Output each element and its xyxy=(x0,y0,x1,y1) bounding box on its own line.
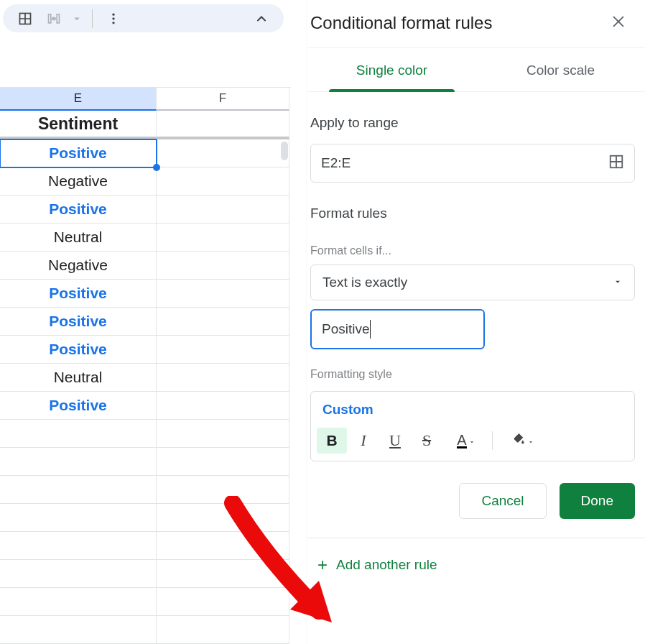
match-value-text: Positive xyxy=(322,321,370,337)
data-cell[interactable]: Positive xyxy=(0,336,157,364)
data-cell[interactable] xyxy=(157,308,289,336)
data-cell[interactable]: Positive xyxy=(0,196,157,224)
data-cell[interactable] xyxy=(0,532,157,560)
data-cell[interactable] xyxy=(0,476,157,504)
formatting-style-box: Custom B I U S A xyxy=(310,391,635,461)
data-cell[interactable]: Positive xyxy=(0,392,157,420)
data-cell[interactable] xyxy=(0,616,157,644)
data-cell[interactable] xyxy=(157,139,289,167)
column-header-f[interactable]: F xyxy=(157,88,289,111)
data-cell[interactable] xyxy=(0,420,157,448)
merge-cells-icon xyxy=(42,6,66,31)
data-cell[interactable] xyxy=(157,588,289,616)
table-row: Neutral xyxy=(0,224,291,252)
table-row: Neutral xyxy=(0,364,291,392)
conditional-format-panel: Conditional format rules Single color Co… xyxy=(307,0,645,644)
borders-icon[interactable] xyxy=(13,6,37,31)
data-cell[interactable] xyxy=(157,252,289,280)
apply-to-range-label: Apply to range xyxy=(310,92,635,144)
table-row: Positive xyxy=(0,196,291,224)
svg-point-3 xyxy=(112,22,114,24)
table-row xyxy=(0,532,291,560)
table-row xyxy=(0,560,291,588)
header-cell-empty[interactable] xyxy=(157,111,289,139)
underline-button[interactable]: U xyxy=(380,428,410,454)
data-cell[interactable]: Negative xyxy=(0,167,157,196)
toolbar-divider xyxy=(492,431,493,450)
data-cell[interactable] xyxy=(157,364,289,392)
data-cell[interactable] xyxy=(0,588,157,616)
toolbar-divider xyxy=(92,9,93,28)
italic-button[interactable]: I xyxy=(348,428,379,454)
tab-color-scale[interactable]: Color scale xyxy=(476,48,645,91)
range-value-text: E2:E xyxy=(321,155,351,171)
paint-bucket-icon xyxy=(511,431,526,450)
collapse-toolbar-icon[interactable] xyxy=(249,6,274,31)
data-cell[interactable]: Negative xyxy=(0,252,157,280)
data-cell[interactable] xyxy=(157,196,289,224)
table-row xyxy=(0,616,291,644)
grid-select-icon[interactable] xyxy=(608,154,624,173)
text-color-button[interactable]: A xyxy=(443,428,485,454)
format-rules-label: Format rules xyxy=(310,183,635,234)
data-cell[interactable] xyxy=(157,167,289,196)
table-row: Positive xyxy=(0,336,291,364)
table-row xyxy=(0,476,291,504)
condition-select[interactable]: Text is exactly xyxy=(310,264,635,300)
table-row xyxy=(0,588,291,616)
chevron-down-icon xyxy=(468,431,475,450)
formatting-style-label: Formatting style xyxy=(310,349,635,388)
text-caret xyxy=(370,320,371,339)
data-cell[interactable]: Positive xyxy=(0,139,157,167)
data-cell[interactable] xyxy=(157,392,289,420)
data-cell[interactable]: Positive xyxy=(0,280,157,308)
add-another-rule-button[interactable]: + Add another rule xyxy=(310,538,635,573)
table-row: Positive xyxy=(0,280,291,308)
more-icon[interactable] xyxy=(101,6,126,31)
table-row xyxy=(0,420,291,448)
data-cell[interactable]: Neutral xyxy=(0,224,157,252)
range-input[interactable]: E2:E xyxy=(310,144,635,183)
style-toolbar: B I U S A xyxy=(311,425,634,461)
match-value-input[interactable]: Positive xyxy=(310,309,485,349)
data-cell[interactable] xyxy=(157,420,289,448)
sheet-toolbar xyxy=(3,4,284,32)
panel-title: Conditional format rules xyxy=(310,13,492,33)
bold-button[interactable]: B xyxy=(317,428,347,454)
chevron-down-icon xyxy=(527,431,534,450)
svg-point-2 xyxy=(112,17,114,19)
data-cell[interactable] xyxy=(157,532,289,560)
chevron-down-icon xyxy=(613,275,623,290)
data-cell[interactable] xyxy=(0,504,157,532)
column-header-e[interactable]: E xyxy=(0,88,157,111)
table-header-row: Sentiment xyxy=(0,111,291,139)
table-row: Positive xyxy=(0,139,291,167)
grid: E F Sentiment PositiveNegativePositiveNe… xyxy=(0,87,291,644)
done-button[interactable]: Done xyxy=(560,483,635,519)
data-cell[interactable] xyxy=(157,280,289,308)
cancel-button[interactable]: Cancel xyxy=(459,483,546,519)
data-cell[interactable] xyxy=(157,560,289,588)
table-row: Positive xyxy=(0,392,291,420)
data-cell[interactable]: Positive xyxy=(0,308,157,336)
data-cell[interactable] xyxy=(157,448,289,476)
style-name[interactable]: Custom xyxy=(311,392,634,425)
tab-single-color[interactable]: Single color xyxy=(307,48,476,91)
data-cell[interactable] xyxy=(157,504,289,532)
table-row: Negative xyxy=(0,167,291,196)
close-icon[interactable] xyxy=(611,14,626,32)
strikethrough-button[interactable]: S xyxy=(412,428,442,454)
data-cell[interactable] xyxy=(157,336,289,364)
format-cells-if-label: Format cells if... xyxy=(310,234,635,264)
data-cell[interactable] xyxy=(0,448,157,476)
data-cell[interactable] xyxy=(157,224,289,252)
data-cell[interactable]: Neutral xyxy=(0,364,157,392)
table-row: Positive xyxy=(0,308,291,336)
data-cell[interactable] xyxy=(157,476,289,504)
fill-color-button[interactable] xyxy=(500,428,542,454)
data-cell[interactable] xyxy=(0,560,157,588)
add-rule-label: Add another rule xyxy=(336,557,437,573)
column-headers: E F xyxy=(0,88,291,111)
data-cell[interactable] xyxy=(157,616,289,644)
header-cell-sentiment[interactable]: Sentiment xyxy=(0,111,157,139)
